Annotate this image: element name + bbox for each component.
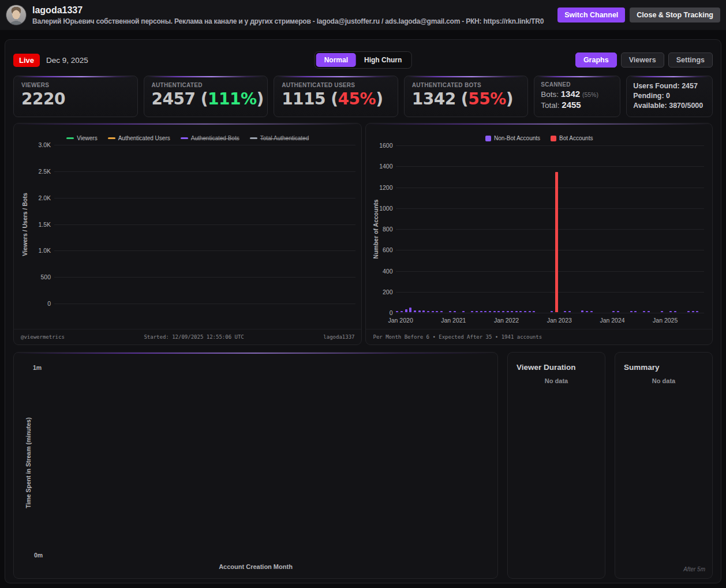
stat-label: AUTHENTICATED [152,82,260,88]
pending: Pending: 0 [633,91,706,101]
non-bot-bar [427,311,429,312]
non-bot-bar [669,311,672,312]
non-bot-bar [422,310,425,312]
non-bot-bar [692,311,694,312]
non-bot-bar [432,311,434,312]
summary-corner-note: After 5m [683,566,705,572]
legend-swatch [551,136,556,141]
non-bot-bar [440,311,443,312]
time-in-stream-chart: 1m 0m Time Spent in Stream (minutes) Acc… [13,352,498,579]
non-bot-bar [436,311,438,312]
stat-label: AUTHENTICATED BOTS [412,82,521,88]
stat-card-authenticated-users: AUTHENTICATED USERS1115 (45%) [274,76,398,117]
scanned-label: SCANNED [541,81,613,88]
bar-xtick: Jan 2021 [441,317,466,324]
non-bot-bar [489,311,491,312]
non-bot-bar [687,311,690,312]
non-bot-bar [696,311,698,312]
bar-chart-ylabel: Number of Accounts [372,189,379,269]
mode-high-churn-button[interactable]: High Churn [356,53,410,67]
footer-watermark: @viewermetrics [21,334,65,340]
non-bot-bar [519,311,522,312]
non-bot-bar [414,310,416,312]
non-bot-bar [661,311,663,312]
footer-channel: lagoda1337 [323,334,354,340]
channel-description: Валерий Юрьевич собственной персоны. Рек… [32,17,557,25]
viewer-duration-empty: No data [517,377,596,384]
bar-xtick: Jan 2023 [547,317,572,324]
stat-value: 2457 (111%) [152,89,260,108]
non-bot-bar [674,311,676,312]
mode-normal-button[interactable]: Normal [316,53,356,67]
non-bot-bar [524,311,526,312]
non-bot-bar [586,311,588,312]
bar-xtick: Jan 2022 [494,317,519,324]
non-bot-bar [471,311,473,312]
channel-header: lagoda1337 Валерий Юрьевич собственной п… [0,0,726,30]
legend-swatch [485,136,491,141]
non-bot-bar [564,311,566,312]
tab-viewers[interactable]: Viewers [621,53,664,68]
non-bot-bar [533,311,535,312]
bar-chart-footer: Per Month Before 6 • Expected After 35 •… [366,329,712,344]
stat-label: VIEWERS [21,82,130,88]
summary-title: Summary [624,363,703,372]
non-bot-bar [401,311,403,312]
summary-empty: No data [624,377,703,384]
churn-mode-toggle: Normal High Churn [315,51,412,69]
non-bot-bar [409,308,411,312]
non-bot-bar [476,311,478,312]
non-bot-bar [454,311,456,312]
viewers-line-chart: ViewersAuthenticated UsersAuthenticated … [13,123,362,345]
tab-graphs[interactable]: Graphs [575,53,617,68]
legend-swatch [250,137,257,139]
scatter-xlabel: Account Creation Month [14,563,497,570]
line-chart-legend: ViewersAuthenticated UsersAuthenticated … [14,135,361,141]
charts-row: ViewersAuthenticated UsersAuthenticated … [13,123,713,345]
scanned-card: SCANNED Bots: 1342 (55%) Total: 2455 [534,76,620,117]
stat-value: 1115 (45%) [282,89,390,108]
non-bot-bar [511,311,513,312]
non-bot-bar [581,310,583,312]
channel-name: lagoda1337 [32,5,557,16]
tab-settings[interactable]: Settings [668,53,713,68]
legend-total-authenticated[interactable]: Total Authenticated [250,135,309,141]
non-bot-bar [449,311,451,312]
quota-card: Users Found: 2457 Pending: 0 Available: … [626,76,713,117]
ytick-0m: 0m [34,552,43,559]
main-panel: Live Dec 9, 2025 Normal High Churn Graph… [5,39,721,583]
close-stop-tracking-button[interactable]: Close & Stop Tracking [630,8,720,23]
non-bot-bar [418,310,421,312]
legend-non-bot-accounts[interactable]: Non-Bot Accounts [485,135,540,141]
switch-channel-button[interactable]: Switch Channel [557,8,625,23]
account-creation-bar-chart: Non-Bot AccountsBot Accounts Per Month B… [365,123,713,345]
live-badge: Live [13,54,40,67]
non-bot-bar [630,311,633,312]
non-bot-bar [551,311,553,312]
non-bot-bar [634,311,637,312]
legend-bot-accounts[interactable]: Bot Accounts [551,135,593,141]
scanned-bots: Bots: 1342 (55%) [541,89,613,99]
bar-chart-legend: Non-Bot AccountsBot Accounts [366,135,712,141]
non-bot-bar [643,311,645,312]
stat-label: AUTHENTICATED USERS [282,82,390,88]
bottom-row: 1m 0m Time Spent in Stream (minutes) Acc… [13,352,713,579]
available: Available: 3870/5000 [633,101,706,111]
non-bot-bar [480,311,482,312]
legend-authenticated-bots[interactable]: Authenticated Bots [181,135,239,141]
toolbar: Live Dec 9, 2025 Normal High Churn Graph… [13,53,713,68]
legend-swatch [108,137,115,139]
bar-xtick: Jan 2025 [653,317,678,324]
non-bot-bar [648,311,650,312]
non-bot-bar [497,311,500,312]
legend-authenticated-users[interactable]: Authenticated Users [108,135,170,141]
legend-viewers[interactable]: Viewers [66,135,97,141]
legend-swatch [66,137,74,139]
stat-card-authenticated-bots: AUTHENTICATED BOTS1342 (55%) [404,76,529,117]
viewer-duration-panel: Viewer Duration No data [507,352,605,579]
stat-card-authenticated: AUTHENTICATED2457 (111%) [144,76,268,117]
channel-avatar[interactable] [6,5,27,25]
non-bot-bar [507,311,509,312]
summary-panel: Summary No data After 5m [615,352,713,579]
stats-row: VIEWERS2220AUTHENTICATED2457 (111%)AUTHE… [13,76,713,117]
